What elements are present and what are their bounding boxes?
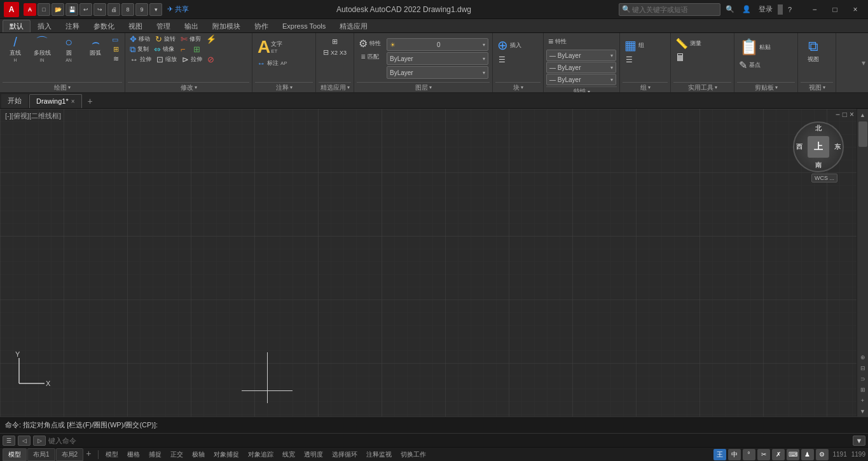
panel-modify-label[interactable]: 修改 ▾ [128,82,249,92]
status-lineweight[interactable]: 线宽 [280,450,297,459]
btn-dimension[interactable]: ↔ 标注 AP [255,58,289,68]
login-btn[interactable]: 登录 [756,4,775,14]
rt-btn-4[interactable]: ⊞ [858,385,868,395]
doc-tab-drawing1[interactable]: Drawing1* × [29,94,82,108]
coord-display[interactable]: 1199 [851,451,865,458]
share-btn[interactable]: ✈ 共享 [167,4,189,14]
btn-gradient[interactable]: ≋ [109,55,122,63]
btn-text[interactable]: A 文字 ET [255,37,285,57]
minimize-btn[interactable]: − [806,3,823,16]
br-btn-chess[interactable]: ♟ [801,449,814,460]
canvas-max-btn[interactable]: □ [843,110,847,119]
quick-btn-open[interactable]: 📂 [52,3,64,16]
quick-btn-new[interactable]: □ [38,3,50,16]
rt-btn-5[interactable]: + [858,396,868,406]
rt-btn-1[interactable]: ⊕ [858,352,868,362]
doc-tab-start[interactable]: 开始 [1,94,28,108]
btn-block-more[interactable]: ☰ [495,55,508,65]
search-box[interactable]: 🔍 [619,3,720,16]
tab-model[interactable]: 模型 [3,448,27,461]
btn-layer-properties[interactable]: ⚙ 特性 [357,37,383,50]
cmd-next-btn[interactable]: ▷ [33,436,46,446]
cmd-scroll-end[interactable]: ▼ [853,436,865,446]
panel-draw-label[interactable]: 绘图 ▾ [3,82,122,92]
panel-snap-label[interactable]: 精选应用 ▾ [319,82,351,92]
btn-view[interactable]: ⧉ 视图 [801,37,826,65]
canvas-area[interactable]: [-][俯视][二维线框] − □ × 北 南 东 西 上 WCS ... [0,109,857,416]
bylayer-linetype-select[interactable]: ByLayer ▾ [387,66,488,79]
search-btn[interactable]: 🔍 [723,5,737,13]
btn-erase[interactable]: ⊘ [205,55,218,64]
status-annotationscale[interactable]: 注释监视 [364,450,394,459]
status-snap[interactable]: 捕捉 [147,450,163,459]
canvas-close-btn[interactable]: × [850,110,854,119]
rt-btn-3[interactable]: ⊃ [858,374,868,384]
tab-annotation[interactable]: 注释 [59,20,86,32]
btn-group-more[interactable]: ☰ [623,55,635,65]
tab-output[interactable]: 输出 [177,20,205,32]
btn-trim[interactable]: ✄ 修剪 [179,34,203,44]
bylayer-color-select[interactable]: ByLayer ▾ [387,52,488,65]
help-icon[interactable]: ? [785,6,794,13]
btn-array[interactable]: ⊞ [191,45,204,54]
user-icon[interactable]: 👤 [740,5,754,13]
btn-hatch[interactable]: ⊞ [109,45,122,53]
quick-btn-print[interactable]: 🖨 [107,3,120,16]
tab-collaborate[interactable]: 协作 [247,20,275,32]
btn-measure[interactable]: 📏 测量 [673,37,703,50]
btn-properties[interactable]: ≡ 特性 [546,36,568,47]
status-polar[interactable]: 极轴 [190,450,207,459]
canvas-min-btn[interactable]: − [836,110,840,119]
btn-extend[interactable]: ⊳ 拉伸 [180,55,204,64]
status-grid[interactable]: 栅格 [125,450,142,459]
add-layout-btn[interactable]: + [84,448,93,461]
status-model[interactable]: 模型 [104,450,120,459]
btn-mirror[interactable]: ⇔ 镜像 [152,45,176,54]
app-logo[interactable]: A [4,2,19,17]
close-btn[interactable]: × [846,3,864,16]
btn-paste[interactable]: 📋 粘贴 [737,37,773,57]
properties-bylayer2[interactable]: — ByLayer ▾ [546,62,616,73]
properties-bylayer3[interactable]: — ByLayer ▾ [546,74,616,85]
quick-btn-save[interactable]: 💾 [65,3,78,16]
status-transparency[interactable]: 透明度 [302,450,325,459]
rt-btn-2[interactable]: ⊟ [858,363,868,373]
panel-groups-label[interactable]: 组 ▾ [623,82,668,92]
btn-snap2[interactable]: ⊟ X2 X3 [321,48,348,57]
search-input[interactable] [632,6,715,13]
quick-btn-dropdown[interactable]: ▾ [149,3,162,16]
status-ortho[interactable]: 正交 [169,450,185,459]
cmd-menu-btn[interactable]: ☰ [3,436,15,446]
br-btn-gear[interactable]: ⚙ [816,449,829,460]
br-btn-zhong[interactable]: 中 [728,449,741,460]
btn-copy[interactable]: ⧉ 复制 [128,45,151,54]
btn-scale[interactable]: ⊡ 缩放 [155,55,179,64]
btn-unknown1[interactable]: ⚡ [204,34,220,44]
quick-btn-9[interactable]: 9 [135,3,148,16]
btn-rectangle[interactable]: ▭ [109,36,122,44]
cmd-prev-btn[interactable]: ◁ [18,436,31,446]
tab-view[interactable]: 视图 [121,20,149,32]
btn-stretch[interactable]: ↔ 拉伸 [128,55,153,64]
status-osnap[interactable]: 对象捕捉 [212,450,241,459]
layer-select[interactable]: ☀ 0 ▾ [387,38,488,51]
status-selection[interactable]: 选择循环 [330,450,359,459]
compass[interactable]: 北 南 东 西 上 WCS ... [793,121,844,172]
wcs-label[interactable]: WCS ... [811,174,837,182]
br-btn-degree[interactable]: ° [743,449,755,460]
new-tab-btn[interactable]: + [83,94,97,108]
quick-btn-redo[interactable]: ↪ [93,3,106,16]
ribbon-expand[interactable]: ▾ [859,33,868,92]
quick-btn-8[interactable]: 8 [121,3,134,16]
br-btn-wang[interactable]: 王 [713,449,726,460]
status-workspace[interactable]: 切换工作 [399,450,428,459]
btn-calculator[interactable]: 🖩 [673,52,687,64]
maximize-btn[interactable]: □ [826,3,844,16]
tab-parametric[interactable]: 参数化 [86,20,121,32]
panel-properties-label[interactable]: 特性 ▾ [546,86,617,93]
panel-layers-label[interactable]: 图层 ▾ [357,82,490,92]
btn-polyline[interactable]: ⌒ 多段线 IN [29,34,55,64]
btn-layer-match[interactable]: ≡ 匹配 [357,52,383,62]
btn-line[interactable]: / 直线 H [3,34,28,64]
quick-btn-1[interactable]: A [24,3,36,16]
